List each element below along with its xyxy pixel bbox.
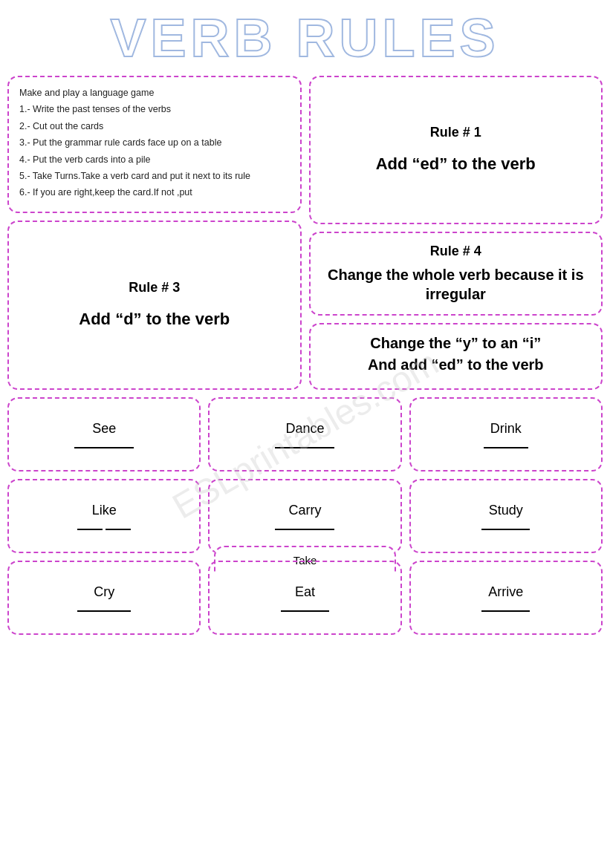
instructions-step5: 5.- Take Turns.Take a verb card and put …	[19, 169, 290, 183]
verb-card-dance: Dance	[208, 397, 401, 471]
verb-line-study	[481, 529, 530, 530]
page-title-area: VERB RULES	[7, 7, 603, 68]
rule3-text: Add “d” to the verb	[79, 309, 230, 330]
verb-word-dance: Dance	[285, 421, 324, 437]
verb-card-like: Like	[7, 479, 201, 553]
verb-word-cry: Cry	[94, 584, 114, 600]
page-title: VERB RULES	[110, 8, 499, 68]
verb-line-like	[77, 529, 131, 530]
verb-line-dance	[275, 447, 334, 448]
instructions-step6: 6.- If you are right,keep the card.If no…	[19, 186, 290, 200]
verb-line-drink	[484, 447, 528, 448]
verb-word-study: Study	[489, 503, 523, 518]
rule4-card: Rule # 4 Change the whole verb because i…	[309, 232, 603, 316]
verb-card-see: See	[7, 397, 201, 471]
rule1-number: Rule # 1	[430, 125, 481, 140]
rule3-card: Rule # 3 Add “d” to the verb	[7, 221, 302, 390]
instructions-step1: 1.- Write the past tenses of the verbs	[19, 102, 290, 117]
rule5-line1: Change the “y” to an “i”	[322, 335, 590, 352]
verb-card-carry: Carry	[208, 479, 401, 553]
verb-word-arrive: Arrive	[488, 584, 523, 600]
bottom-row: Cry Take Eat Arrive	[7, 561, 603, 635]
verb-card-cry: Cry	[7, 561, 201, 635]
rule5-card: Change the “y” to an “i” And add “ed” to…	[309, 323, 603, 390]
instructions-step2: 2.- Cut out the cards	[19, 120, 290, 134]
verb-card-arrive: Arrive	[409, 561, 603, 635]
verb-line-arrive	[481, 610, 530, 612]
rule5-line2: And add “ed” to the verb	[322, 356, 590, 373]
instructions-step4: 4.- Put the verb cards into a pile	[19, 153, 290, 167]
verb-word-drink: Drink	[490, 421, 522, 437]
rule1-text: Add “ed” to the verb	[376, 154, 536, 175]
left-col: Make and play a language game 1.- Write …	[7, 76, 302, 390]
main-grid: Make and play a language game 1.- Write …	[7, 76, 603, 390]
verb-card-drink: Drink	[409, 397, 603, 471]
verb-line-see	[74, 447, 134, 448]
verb-word-eat: Eat	[295, 584, 315, 600]
eat-overlap-container: Take Eat	[208, 561, 401, 635]
verb-word-carry: Carry	[288, 503, 321, 518]
rule4-text: Change the whole verb because it is irre…	[322, 265, 590, 304]
rule4-number: Rule # 4	[322, 244, 590, 259]
verb-line-carry	[275, 529, 334, 530]
verb-card-eat: Eat	[208, 561, 401, 635]
rule1-card: Rule # 1 Add “ed” to the verb	[309, 76, 603, 224]
verb-row-2: Like Carry Study	[7, 479, 603, 553]
instructions-step3: 3.- Put the grammar rule cards face up o…	[19, 136, 290, 150]
verb-word-like: Like	[92, 503, 117, 518]
verb-row-1: See Dance Drink	[7, 397, 603, 471]
verb-line-cry	[77, 610, 131, 612]
right-col: Rule # 1 Add “ed” to the verb Rule # 4 C…	[309, 76, 603, 390]
verb-word-see: See	[92, 421, 116, 437]
verb-card-study: Study	[409, 479, 603, 553]
instructions-card: Make and play a language game 1.- Write …	[7, 76, 302, 213]
verb-line-eat	[281, 610, 329, 612]
instructions-intro: Make and play a language game	[19, 86, 290, 100]
rule3-number: Rule # 3	[129, 280, 180, 296]
